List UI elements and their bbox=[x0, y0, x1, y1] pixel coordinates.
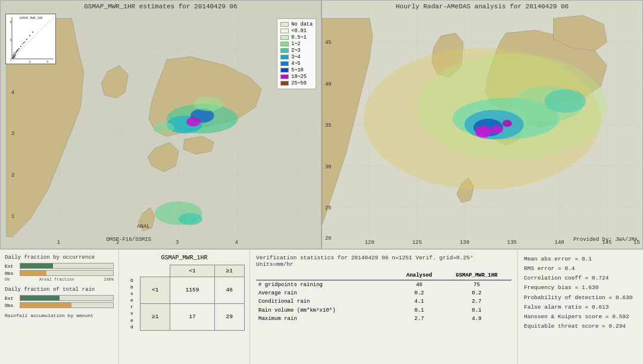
svg-point-18 bbox=[14, 57, 15, 58]
stats-row-3: Rain volume (mm*km²x10⁶) 0.1 0.1 bbox=[256, 306, 511, 315]
stats-val-analysed-3: 0.1 bbox=[397, 306, 442, 315]
legend-label-05: 0.5~1 bbox=[291, 34, 307, 40]
contingency-header-col2: ≥1 bbox=[214, 265, 244, 277]
stats-val-gsmap-0: 75 bbox=[442, 281, 511, 290]
svg-point-20 bbox=[20, 46, 21, 47]
svg-text:5: 5 bbox=[10, 21, 11, 24]
right-map-panel: Hourly Radar-AMeDAS analysis for 2014042… bbox=[322, 0, 643, 249]
svg-text:4: 4 bbox=[11, 90, 14, 96]
contingency-corner-empty bbox=[124, 265, 170, 277]
legend-item-5: 5~10 bbox=[280, 67, 313, 73]
precip-south2 bbox=[179, 213, 202, 225]
legend-item-10: 10~25 bbox=[280, 74, 313, 80]
legend-label-3: 3~4 bbox=[291, 54, 300, 60]
svg-point-11 bbox=[15, 52, 17, 53]
bar-axis-right: 100% bbox=[104, 277, 114, 282]
svg-point-22 bbox=[26, 39, 27, 40]
svg-point-6 bbox=[13, 55, 14, 57]
svg-line-2 bbox=[12, 17, 54, 59]
svg-text:125: 125 bbox=[412, 240, 422, 246]
svg-point-9 bbox=[15, 54, 16, 55]
bar-track-est2 bbox=[20, 295, 114, 301]
svg-point-16 bbox=[12, 57, 13, 58]
bar-row-est2: Est bbox=[5, 295, 114, 301]
legend-item-001: <0.01 bbox=[280, 28, 313, 34]
legend-item-1: 1~2 bbox=[280, 41, 313, 47]
bar-axis-left: 0% bbox=[5, 277, 10, 282]
contingency-row2-label: ≥1 bbox=[141, 303, 170, 330]
svg-text:40: 40 bbox=[325, 81, 332, 87]
bar-track-obs1 bbox=[20, 270, 114, 276]
stats-val-analysed-2: 4.1 bbox=[397, 297, 442, 306]
stats-label-0: # gridpoints raining bbox=[256, 281, 397, 290]
scatter-dots bbox=[12, 32, 33, 59]
stats-label-4: Maximum rain bbox=[256, 315, 397, 323]
legend-item-3: 3~4 bbox=[280, 54, 313, 60]
contingency-cell-21: 17 bbox=[170, 303, 214, 330]
stats-row-0: # gridpoints raining 46 75 bbox=[256, 281, 511, 290]
svg-point-23 bbox=[29, 35, 30, 36]
legend-label-1: 1~2 bbox=[291, 41, 300, 47]
right-map-title: Hourly Radar-AMeDAS analysis for 2014042… bbox=[396, 3, 569, 10]
bar-row-obs1: Obs bbox=[5, 270, 114, 276]
bar-fill-est2 bbox=[20, 296, 60, 300]
svg-point-25 bbox=[22, 43, 23, 45]
bar-footer: Rainfall accumulation by amount bbox=[5, 313, 114, 318]
score-line-5: False alarm ratio = 0.613 bbox=[524, 303, 637, 312]
score-line-4: Probability of detection = 0.630 bbox=[524, 293, 637, 303]
bar-label-est2: Est bbox=[5, 296, 20, 301]
contingency-table: <1 ≥1 O b s e r v e d <1 1159 46 ≥1 17 2… bbox=[124, 265, 245, 331]
score-line-3: Frequency bias = 1.630 bbox=[524, 283, 637, 293]
legend-color-nodata bbox=[280, 22, 289, 27]
bar-fill-obs1 bbox=[20, 271, 46, 275]
svg-point-21 bbox=[23, 42, 24, 43]
stats-label-2: Conditional rain bbox=[256, 297, 397, 306]
score-line-1: RMS error = 0.4 bbox=[524, 264, 637, 274]
svg-point-10 bbox=[14, 52, 15, 54]
stats-row-2: Conditional rain 4.1 2.7 bbox=[256, 297, 511, 306]
stats-val-analysed-0: 46 bbox=[397, 281, 442, 290]
scores-section: Mean abs error = 0.1 RMS error = 0.4 Cor… bbox=[518, 250, 643, 364]
svg-text:5: 5 bbox=[46, 61, 48, 64]
contingency-row1-label: <1 bbox=[141, 277, 170, 304]
stats-col-metric bbox=[256, 271, 397, 280]
bar-label-obs2: Obs bbox=[5, 303, 20, 308]
svg-point-7 bbox=[14, 55, 15, 56]
svg-text:4: 4 bbox=[235, 240, 238, 246]
stats-col-gsmap: GSMAP_MWR_1HR bbox=[442, 271, 511, 280]
svg-point-14 bbox=[17, 49, 18, 51]
right-map-footer-label: Provided by: JWA/JMA bbox=[573, 237, 638, 243]
svg-text:1: 1 bbox=[57, 240, 60, 246]
main-container: GSMAP_MWR_1HR estimates for 20140429 06 bbox=[0, 0, 643, 364]
contingency-header-col1: <1 bbox=[170, 265, 214, 277]
svg-text:120: 120 bbox=[365, 240, 374, 246]
legend-color-05 bbox=[280, 35, 289, 40]
stats-val-gsmap-3: 0.1 bbox=[442, 306, 511, 315]
right-precip-magenta2 bbox=[491, 125, 503, 133]
obs-vertical-label: O b s e r v e d bbox=[124, 277, 141, 331]
left-map-panel: GSMAP_MWR_1HR estimates for 20140429 06 bbox=[0, 0, 322, 249]
bar-label-obs1: Obs bbox=[5, 271, 20, 276]
stats-val-analysed-4: 2.7 bbox=[397, 315, 442, 323]
legend-color-3 bbox=[280, 55, 289, 59]
svg-text:35: 35 bbox=[325, 123, 332, 128]
contingency-cell-22: 29 bbox=[214, 303, 244, 330]
right-precip-magenta3 bbox=[502, 120, 512, 127]
right-precip-magenta1 bbox=[475, 125, 492, 137]
inset-scatter: 1 3 5 3 5 GSMAP_MWR_1HR bbox=[5, 14, 56, 64]
legend-item-nodata: No data bbox=[280, 21, 313, 27]
svg-text:2: 2 bbox=[11, 172, 14, 178]
svg-text:3: 3 bbox=[29, 61, 30, 64]
stats-title: Verification statistics for 20140429 06 … bbox=[256, 255, 511, 268]
bar-axis-center: Areal fraction bbox=[39, 277, 74, 282]
svg-text:130: 130 bbox=[460, 240, 469, 246]
legend-label-10: 10~25 bbox=[291, 74, 307, 80]
svg-text:3: 3 bbox=[176, 240, 179, 246]
score-line-0: Mean abs error = 0.1 bbox=[524, 255, 637, 264]
score-line-2: Correlation coeff = 0.724 bbox=[524, 274, 637, 283]
stats-table: Analysed GSMAP_MWR_1HR # gridpoints rain… bbox=[256, 271, 511, 323]
svg-text:140: 140 bbox=[555, 240, 564, 246]
legend-label-001: <0.01 bbox=[291, 28, 307, 34]
stats-val-gsmap-4: 4.9 bbox=[442, 315, 511, 323]
svg-point-8 bbox=[13, 54, 14, 55]
